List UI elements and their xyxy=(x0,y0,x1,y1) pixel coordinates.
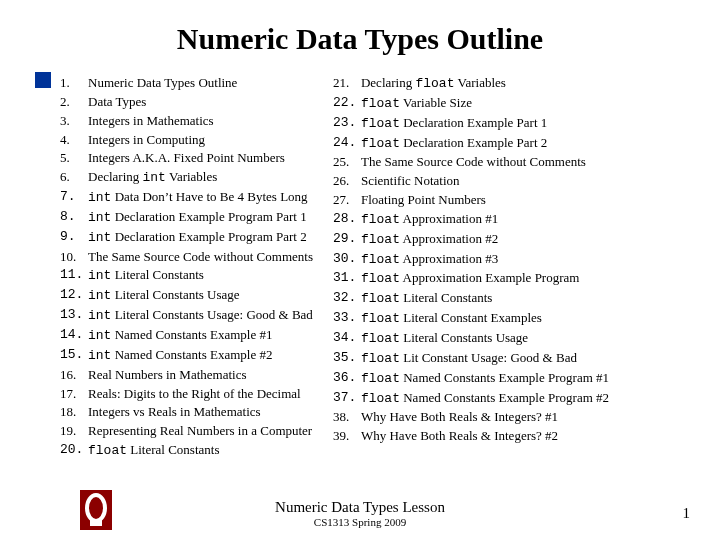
item-text: int Literal Constants Usage: Good & Bad xyxy=(88,306,313,326)
item-number: 36. xyxy=(333,369,361,389)
item-number: 20. xyxy=(60,441,88,461)
slide-footer: Numeric Data Types Lesson CS1313 Spring … xyxy=(0,499,720,528)
item-text: Integers vs Reals in Mathematics xyxy=(88,403,261,422)
item-text: float Variable Size xyxy=(361,94,472,114)
outline-item: 38.Why Have Both Reals & Integers? #1 xyxy=(333,408,609,427)
item-text: int Named Constants Example #1 xyxy=(88,326,272,346)
item-number: 22. xyxy=(333,94,361,114)
item-text: Integers in Mathematics xyxy=(88,112,214,131)
outline-item: 34.float Literal Constants Usage xyxy=(333,329,609,349)
item-text: float Named Constants Example Program #1 xyxy=(361,369,609,389)
item-text: Integers A.K.A. Fixed Point Numbers xyxy=(88,149,285,168)
item-number: 1. xyxy=(60,74,88,93)
outline-item: 20.float Literal Constants xyxy=(60,441,313,461)
outline-item: 28.float Approximation #1 xyxy=(333,210,609,230)
outline-item: 36.float Named Constants Example Program… xyxy=(333,369,609,389)
item-text: The Same Source Code without Comments xyxy=(361,153,586,172)
outline-item: 27.Floating Point Numbers xyxy=(333,191,609,210)
item-number: 39. xyxy=(333,427,361,446)
outline-item: 8.int Declaration Example Program Part 1 xyxy=(60,208,313,228)
item-text: float Literal Constant Examples xyxy=(361,309,542,329)
item-number: 13. xyxy=(60,306,88,326)
item-number: 30. xyxy=(333,250,361,270)
outline-item: 7.int Data Don’t Have to Be 4 Bytes Long xyxy=(60,188,313,208)
item-text: float Approximation #3 xyxy=(361,250,498,270)
outline-item: 31.float Approximation Example Program xyxy=(333,269,609,289)
outline-item: 29.float Approximation #2 xyxy=(333,230,609,250)
item-number: 14. xyxy=(60,326,88,346)
item-text: Floating Point Numbers xyxy=(361,191,486,210)
outline-item: 4.Integers in Computing xyxy=(60,131,313,150)
outline-item: 23.float Declaration Example Part 1 xyxy=(333,114,609,134)
item-number: 25. xyxy=(333,153,361,172)
item-text: float Named Constants Example Program #2 xyxy=(361,389,609,409)
outline-item: 13.int Literal Constants Usage: Good & B… xyxy=(60,306,313,326)
item-text: Numeric Data Types Outline xyxy=(88,74,237,93)
item-number: 3. xyxy=(60,112,88,131)
item-number: 9. xyxy=(60,228,88,248)
item-text: float Literal Constants xyxy=(361,289,492,309)
item-number: 19. xyxy=(60,422,88,441)
slide: Numeric Data Types Outline 1.Numeric Dat… xyxy=(0,0,720,540)
outline-item: 32.float Literal Constants xyxy=(333,289,609,309)
outline-item: 22.float Variable Size xyxy=(333,94,609,114)
lesson-title: Numeric Data Types Lesson xyxy=(275,499,445,516)
item-number: 21. xyxy=(333,74,361,94)
item-number: 29. xyxy=(333,230,361,250)
outline-item: 39.Why Have Both Reals & Integers? #2 xyxy=(333,427,609,446)
item-number: 6. xyxy=(60,168,88,188)
item-text: int Declaration Example Program Part 1 xyxy=(88,208,307,228)
item-text: Why Have Both Reals & Integers? #1 xyxy=(361,408,558,427)
item-text: float Declaration Example Part 1 xyxy=(361,114,547,134)
outline-item: 19.Representing Real Numbers in a Comput… xyxy=(60,422,313,441)
outline-item: 15.int Named Constants Example #2 xyxy=(60,346,313,366)
item-number: 4. xyxy=(60,131,88,150)
item-text: int Declaration Example Program Part 2 xyxy=(88,228,307,248)
outline-item: 12.int Literal Constants Usage xyxy=(60,286,313,306)
item-text: Real Numbers in Mathematics xyxy=(88,366,247,385)
item-text: Scientific Notation xyxy=(361,172,460,191)
outline-item: 25.The Same Source Code without Comments xyxy=(333,153,609,172)
outline-item: 9.int Declaration Example Program Part 2 xyxy=(60,228,313,248)
item-text: int Data Don’t Have to Be 4 Bytes Long xyxy=(88,188,308,208)
outline-item: 37.float Named Constants Example Program… xyxy=(333,389,609,409)
item-text: The Same Source Code without Comments xyxy=(88,248,313,267)
item-text: float Approximation #1 xyxy=(361,210,498,230)
outline-item: 5.Integers A.K.A. Fixed Point Numbers xyxy=(60,149,313,168)
item-text: int Literal Constants Usage xyxy=(88,286,240,306)
outline-col-right: 21.Declaring float Variables22.float Var… xyxy=(333,74,609,461)
item-number: 38. xyxy=(333,408,361,427)
item-number: 33. xyxy=(333,309,361,329)
item-number: 32. xyxy=(333,289,361,309)
item-number: 35. xyxy=(333,349,361,369)
outline-columns: 1.Numeric Data Types Outline2.Data Types… xyxy=(60,74,690,461)
outline-item: 14.int Named Constants Example #1 xyxy=(60,326,313,346)
outline-item: 30.float Approximation #3 xyxy=(333,250,609,270)
outline-item: 21.Declaring float Variables xyxy=(333,74,609,94)
item-text: Why Have Both Reals & Integers? #2 xyxy=(361,427,558,446)
item-text: Reals: Digits to the Right of the Decima… xyxy=(88,385,301,404)
outline-col-left: 1.Numeric Data Types Outline2.Data Types… xyxy=(60,74,313,461)
item-text: Data Types xyxy=(88,93,146,112)
outline-item: 3.Integers in Mathematics xyxy=(60,112,313,131)
item-number: 10. xyxy=(60,248,88,267)
outline-item: 11.int Literal Constants xyxy=(60,266,313,286)
item-number: 31. xyxy=(333,269,361,289)
item-number: 24. xyxy=(333,134,361,154)
outline-item: 33.float Literal Constant Examples xyxy=(333,309,609,329)
item-text: Declaring int Variables xyxy=(88,168,217,188)
outline-item: 2.Data Types xyxy=(60,93,313,112)
outline-item: 24.float Declaration Example Part 2 xyxy=(333,134,609,154)
item-number: 5. xyxy=(60,149,88,168)
item-number: 27. xyxy=(333,191,361,210)
outline-item: 26.Scientific Notation xyxy=(333,172,609,191)
item-number: 8. xyxy=(60,208,88,228)
outline-item: 1.Numeric Data Types Outline xyxy=(60,74,313,93)
item-number: 18. xyxy=(60,403,88,422)
item-number: 15. xyxy=(60,346,88,366)
item-number: 26. xyxy=(333,172,361,191)
item-text: float Literal Constants xyxy=(88,441,219,461)
item-number: 28. xyxy=(333,210,361,230)
outline-item: 17.Reals: Digits to the Right of the Dec… xyxy=(60,385,313,404)
accent-square xyxy=(35,72,51,88)
